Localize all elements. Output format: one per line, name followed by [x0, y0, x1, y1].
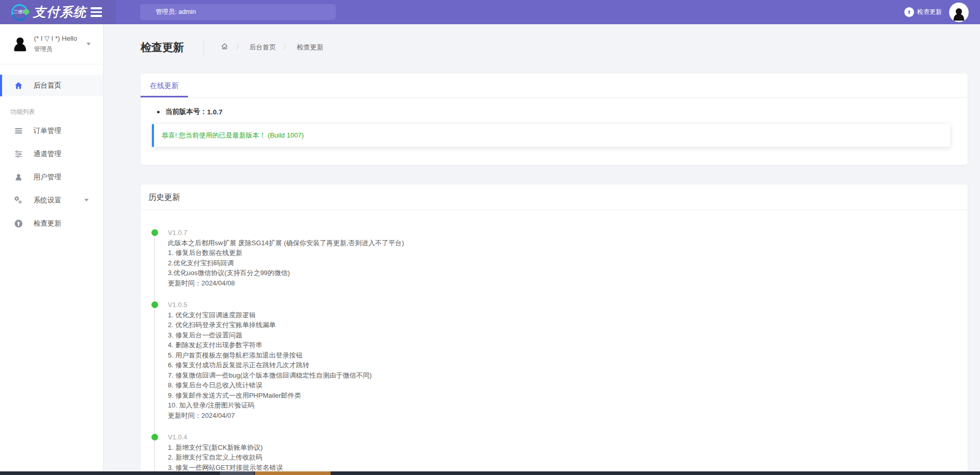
- sidebar-item-label: 通道管理: [33, 149, 61, 159]
- history-entry-line: 此版本之后都用sw扩展 废除SG14扩展 (确保你安装了再更新,否则进入不了平台…: [168, 238, 968, 248]
- history-entry-line: 2. 优化扫码登录支付宝账单掉线漏单: [168, 320, 968, 330]
- list-icon: [14, 126, 23, 135]
- sidebar-item-home[interactable]: 后台首页: [0, 75, 103, 96]
- avatar: [11, 36, 29, 53]
- history-entry-lines: 1. 新增支付宝(新CK新账单协议) 2. 新增支付宝自定义上传收款码 3. 修…: [168, 443, 968, 475]
- history-timeline: V1.0.7 此版本之后都用sw扩展 废除SG14扩展 (确保你安装了再更新,否…: [141, 210, 968, 475]
- history-entry-line: 6. 修复支付成功后反复提示正在跳转几次才跳转: [168, 360, 968, 370]
- history-card-title: 历史更新: [141, 184, 968, 210]
- breadcrumb-item-current: 检查更新: [297, 43, 323, 52]
- latest-version-notice: 恭喜! 您当前使用的已是最新版本！ (Build 1007): [152, 124, 950, 147]
- history-entry-line: 2. 新增支付宝自定义上传收款码: [168, 452, 968, 463]
- sidebar-section-label: 功能列表: [0, 105, 103, 119]
- history-entry-line: 3. 修复后台一些设置问题: [168, 330, 968, 341]
- bottom-bar: [0, 471, 980, 475]
- sidebar-item-label: 后台首页: [33, 81, 61, 90]
- arrow-up-circle-icon: [14, 219, 23, 228]
- logo[interactable]: 二维码 支付系统: [0, 0, 116, 24]
- hamburger-menu-icon[interactable]: [91, 7, 102, 17]
- avatar[interactable]: [949, 3, 969, 22]
- history-entry-line: 10. 加入登录/注册图片验证码: [168, 400, 968, 411]
- history-entry-line: 9. 修复邮件发送方式一改用PHPMailer邮件类: [168, 391, 968, 401]
- main-content: 检查更新 〉 后台首页 〉 检查更新 在线更新 当前版本号： 1.0.7 恭喜!…: [103, 24, 980, 475]
- sidebar-item-settings[interactable]: 系统设置: [0, 189, 103, 212]
- history-entry-line: 4. 删除发起支付出现参数字符串: [168, 340, 968, 350]
- current-version-value: 1.0.7: [207, 108, 222, 116]
- sidebar-item-check-update[interactable]: 检查更新: [0, 212, 103, 235]
- user-icon: [14, 173, 23, 182]
- history-entry-line: 7. 修复微信回调一些bug(这个版本微信回调稳定性自测由于微信不同): [168, 370, 968, 381]
- logo-qr-badge-icon: 二维码: [11, 4, 28, 21]
- sidebar-item-users[interactable]: 用户管理: [0, 165, 103, 189]
- gear-icon: [14, 196, 23, 205]
- history-entry-version: V1.0.7: [168, 228, 968, 238]
- topbar: 二维码 支付系统 管理员: admin 检查更新: [0, 0, 980, 24]
- timeline-dot-icon: [151, 434, 158, 440]
- chevron-down-icon: [87, 43, 91, 45]
- page-title: 检查更新: [141, 40, 184, 55]
- history-entry-line: 1. 优化支付宝回调速度跟逻辑: [168, 310, 968, 320]
- history-entry-line: 更新时间：2024/04/08: [168, 278, 968, 289]
- bottom-bar-orange-segment[interactable]: [255, 471, 331, 475]
- admin-chip-label: 管理员: admin: [156, 8, 196, 15]
- breadcrumb-separator: 〉: [236, 43, 242, 52]
- history-entry-line: 8. 修复后台今日总收入统计错误: [168, 380, 968, 391]
- sidebar-item-label: 检查更新: [33, 219, 61, 228]
- sidebar-item-channels[interactable]: 通道管理: [0, 142, 103, 165]
- history-entry-line: 1. 新增支付宝(新CK新账单协议): [168, 443, 968, 453]
- sidebar: (* I ▽ I *) Hello 管理员 后台首页 功能列表 订单管理 通道管…: [0, 24, 103, 475]
- tab-active-underline: [141, 96, 188, 97]
- history-entry-version: V1.0.5: [168, 300, 968, 310]
- breadcrumb-separator: 〉: [283, 43, 289, 52]
- check-update-button-label: 检查更新: [917, 8, 942, 16]
- history-entry-line: 1. 修复后台数据在线更新: [168, 248, 968, 258]
- page-header: 检查更新 〉 后台首页 〉 检查更新: [141, 36, 323, 59]
- breadcrumb: 〉 后台首页 〉 检查更新: [220, 42, 323, 52]
- sidebar-item-label: 系统设置: [33, 196, 61, 205]
- current-version-label: 当前版本号：: [165, 107, 207, 116]
- admin-chip: 管理员: admin: [140, 4, 336, 20]
- tab-online-update[interactable]: 在线更新: [141, 74, 188, 97]
- history-entry-line: 3.优化uos微信协议(支持百分之99的微信): [168, 268, 968, 278]
- history-entry-line: 5. 用户首页模板左侧导航栏添加退出登录按钮: [168, 350, 968, 361]
- arrow-up-circle-icon: [904, 7, 914, 17]
- topbar-right: 检查更新: [904, 0, 969, 24]
- divider: [203, 39, 204, 56]
- history-entry-version: V1.0.4: [168, 432, 968, 443]
- profile-role: 管理员: [34, 45, 77, 54]
- history-entry-lines: 1. 优化支付宝回调速度跟逻辑 2. 优化扫码登录支付宝账单掉线漏单 3. 修复…: [168, 310, 968, 421]
- check-update-button[interactable]: 检查更新: [904, 7, 942, 17]
- bottom-bar-gray-segment: [220, 471, 254, 475]
- home-icon: [14, 81, 23, 90]
- sidebar-item-label: 订单管理: [33, 126, 61, 135]
- latest-version-notice-text: 恭喜! 您当前使用的已是最新版本！ (Build 1007): [162, 131, 304, 139]
- history-entry-line: 更新时间：2024/04/07: [168, 411, 968, 421]
- history-card: 历史更新 V1.0.7 此版本之后都用sw扩展 废除SG14扩展 (确保你安装了…: [141, 184, 968, 475]
- history-entry: V1.0.4 1. 新增支付宝(新CK新账单协议) 2. 新增支付宝自定义上传收…: [141, 432, 968, 475]
- history-entry-lines: 此版本之后都用sw扩展 废除SG14扩展 (确保你安装了再更新,否则进入不了平台…: [168, 238, 968, 289]
- history-entry: V1.0.5 1. 优化支付宝回调速度跟逻辑 2. 优化扫码登录支付宝账单掉线漏…: [141, 300, 968, 420]
- breadcrumb-item-home[interactable]: 后台首页: [249, 43, 276, 52]
- timeline-dot-icon: [151, 301, 158, 308]
- current-version-line: 当前版本号： 1.0.7: [157, 107, 952, 116]
- timeline-dot-icon: [151, 229, 158, 236]
- sidebar-profile[interactable]: (* I ▽ I *) Hello 管理员: [0, 24, 103, 64]
- online-update-card: 在线更新 当前版本号： 1.0.7 恭喜! 您当前使用的已是最新版本！ (Bui…: [141, 74, 968, 165]
- tab-bar: 在线更新: [141, 74, 968, 98]
- logo-title: 支付系统: [33, 4, 87, 21]
- home-icon[interactable]: [220, 42, 229, 52]
- sidebar-item-label: 用户管理: [33, 173, 61, 182]
- profile-greeting: (* I ▽ I *) Hello: [34, 35, 77, 42]
- sliders-icon: [14, 149, 23, 159]
- history-entry: V1.0.7 此版本之后都用sw扩展 废除SG14扩展 (确保你安装了再更新,否…: [141, 228, 968, 288]
- history-entry-line: 2.优化支付宝扫码回调: [168, 258, 968, 268]
- chevron-down-icon: [84, 199, 89, 201]
- sidebar-item-orders[interactable]: 订单管理: [0, 119, 103, 142]
